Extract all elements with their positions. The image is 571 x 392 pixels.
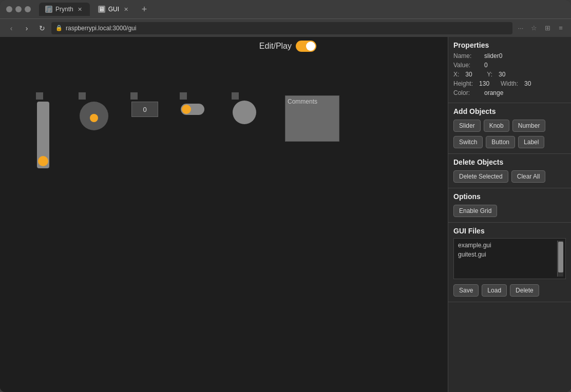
circle-handle[interactable] bbox=[232, 92, 239, 100]
width-value: 30 bbox=[524, 80, 540, 87]
add-objects-title: Add Objects bbox=[453, 107, 566, 115]
edit-play-label: Edit/Play bbox=[259, 42, 292, 51]
options-title: Options bbox=[453, 192, 566, 201]
extensions-icon[interactable]: ⊞ bbox=[542, 23, 553, 33]
add-label-button[interactable]: Label bbox=[518, 136, 544, 148]
x-label: X: bbox=[453, 71, 459, 78]
slider-widget[interactable] bbox=[37, 93, 49, 168]
circle-widget[interactable] bbox=[233, 93, 256, 124]
color-row: Color: orange bbox=[453, 89, 566, 96]
number-handle[interactable] bbox=[130, 92, 138, 100]
title-bar: 🎵 Prynth ✕ 🖥 GUI ✕ + bbox=[0, 0, 571, 18]
tabs: 🎵 Prynth ✕ 🖥 GUI ✕ + bbox=[39, 3, 565, 16]
y-value: 30 bbox=[499, 71, 514, 78]
edit-play-bar: Edit/Play bbox=[0, 37, 325, 55]
slider-thumb[interactable] bbox=[38, 156, 48, 166]
delete-objects-title: Delete Objects bbox=[453, 158, 566, 166]
gui-favicon: 🖥 bbox=[98, 6, 105, 13]
name-value: slider0 bbox=[484, 52, 566, 60]
add-button-button[interactable]: Button bbox=[486, 136, 515, 148]
switch-knob bbox=[182, 105, 191, 114]
save-button[interactable]: Save bbox=[453, 284, 479, 297]
add-slider-button[interactable]: Slider bbox=[453, 120, 481, 132]
browser-window: 🎵 Prynth ✕ 🖥 GUI ✕ + ‹ › ↻ 🔒 raspberrypi… bbox=[0, 0, 571, 392]
delete-button[interactable]: Delete bbox=[510, 284, 539, 297]
label-text: Comments bbox=[288, 98, 317, 105]
right-panel: Properties Name: slider0 Value: 0 X: 30 … bbox=[448, 37, 571, 392]
add-objects-section: Add Objects Slider Knob Number Switch Bu… bbox=[448, 103, 571, 154]
gui-files-title: GUI Files bbox=[453, 227, 566, 235]
tab-prynth-label: Prynth bbox=[55, 6, 73, 13]
forward-button[interactable]: › bbox=[21, 22, 33, 34]
maximize-button[interactable] bbox=[25, 6, 31, 12]
bookmark-icon[interactable]: ☆ bbox=[529, 23, 539, 33]
value-value: 0 bbox=[484, 62, 566, 69]
switch-handle[interactable] bbox=[180, 92, 187, 100]
nav-bar: ‹ › ↻ 🔒 raspberrypi.local:3000/gui ··· ☆… bbox=[0, 18, 571, 37]
number-value: 0 bbox=[143, 106, 146, 113]
tab-gui-close[interactable]: ✕ bbox=[122, 6, 129, 13]
scrollbar[interactable] bbox=[557, 241, 563, 277]
gui-files-section: GUI Files example.gui guitest.gui Save L… bbox=[448, 223, 571, 302]
add-switch-button[interactable]: Switch bbox=[453, 136, 483, 148]
label-box[interactable]: Comments bbox=[285, 95, 339, 142]
files-content: example.gui guitest.gui bbox=[456, 241, 557, 277]
refresh-button[interactable]: ↻ bbox=[36, 22, 48, 34]
delete-objects-section: Delete Objects Delete Selected Clear All bbox=[448, 154, 571, 188]
tab-gui[interactable]: 🖥 GUI ✕ bbox=[92, 3, 136, 16]
add-objects-buttons: Slider Knob Number Switch Button Label bbox=[453, 119, 566, 149]
knob-outer[interactable] bbox=[80, 102, 108, 130]
label-widget[interactable]: Comments bbox=[285, 93, 339, 142]
more-icon[interactable]: ··· bbox=[516, 23, 526, 33]
gui-files-list: example.gui guitest.gui bbox=[453, 238, 566, 279]
prynth-favicon: 🎵 bbox=[45, 6, 52, 13]
new-tab-button[interactable]: + bbox=[138, 3, 151, 16]
name-row: Name: slider0 bbox=[453, 52, 566, 60]
delete-objects-buttons: Delete Selected Clear All bbox=[453, 169, 566, 184]
address-bar[interactable]: 🔒 raspberrypi.local:3000/gui bbox=[51, 22, 512, 34]
enable-grid-button[interactable]: Enable Grid bbox=[453, 205, 497, 217]
scrollbar-thumb bbox=[558, 242, 563, 272]
switch-track[interactable] bbox=[181, 104, 204, 115]
color-label: Color: bbox=[453, 89, 484, 96]
xy-row: X: 30 Y: 30 bbox=[453, 71, 566, 78]
canvas-area[interactable]: Edit/Play bbox=[0, 37, 448, 392]
knob-handle[interactable] bbox=[79, 92, 86, 100]
add-knob-button[interactable]: Knob bbox=[484, 120, 509, 132]
slider-track[interactable] bbox=[37, 102, 49, 168]
lock-icon: 🔒 bbox=[55, 25, 63, 31]
options-buttons: Enable Grid bbox=[453, 204, 566, 218]
edit-play-toggle[interactable] bbox=[296, 41, 316, 52]
load-button[interactable]: Load bbox=[482, 284, 507, 297]
hw-row: Height: 130 Width: 30 bbox=[453, 80, 566, 87]
clear-all-button[interactable]: Clear All bbox=[511, 170, 546, 183]
x-value: 30 bbox=[465, 71, 481, 78]
back-button[interactable]: ‹ bbox=[5, 22, 17, 34]
circle-button[interactable] bbox=[233, 101, 256, 124]
knob-widget[interactable] bbox=[80, 93, 108, 130]
address-text: raspberrypi.local:3000/gui bbox=[66, 25, 136, 32]
number-box[interactable]: 0 bbox=[131, 102, 158, 117]
delete-selected-button[interactable]: Delete Selected bbox=[453, 170, 508, 183]
add-number-button[interactable]: Number bbox=[512, 120, 546, 132]
options-section: Options Enable Grid bbox=[448, 188, 571, 223]
knob-inner bbox=[90, 114, 98, 122]
value-label: Value: bbox=[453, 62, 484, 69]
number-widget[interactable]: 0 bbox=[131, 93, 158, 117]
tab-prynth-close[interactable]: ✕ bbox=[77, 6, 84, 13]
close-button[interactable] bbox=[6, 6, 12, 12]
traffic-lights bbox=[6, 6, 31, 12]
switch-widget[interactable] bbox=[181, 93, 204, 115]
y-label: Y: bbox=[487, 71, 492, 78]
value-row: Value: 0 bbox=[453, 62, 566, 69]
content-area: Edit/Play bbox=[0, 37, 571, 392]
file-item-example[interactable]: example.gui bbox=[456, 241, 557, 250]
properties-title: Properties bbox=[453, 41, 566, 49]
slider-handle[interactable] bbox=[36, 92, 43, 100]
minimize-button[interactable] bbox=[15, 6, 22, 12]
tab-prynth[interactable]: 🎵 Prynth ✕ bbox=[39, 3, 90, 16]
gui-files-buttons: Save Load Delete bbox=[453, 283, 566, 298]
name-label: Name: bbox=[453, 52, 484, 60]
menu-icon[interactable]: ≡ bbox=[556, 23, 566, 33]
file-item-guitest[interactable]: guitest.gui bbox=[456, 250, 557, 259]
